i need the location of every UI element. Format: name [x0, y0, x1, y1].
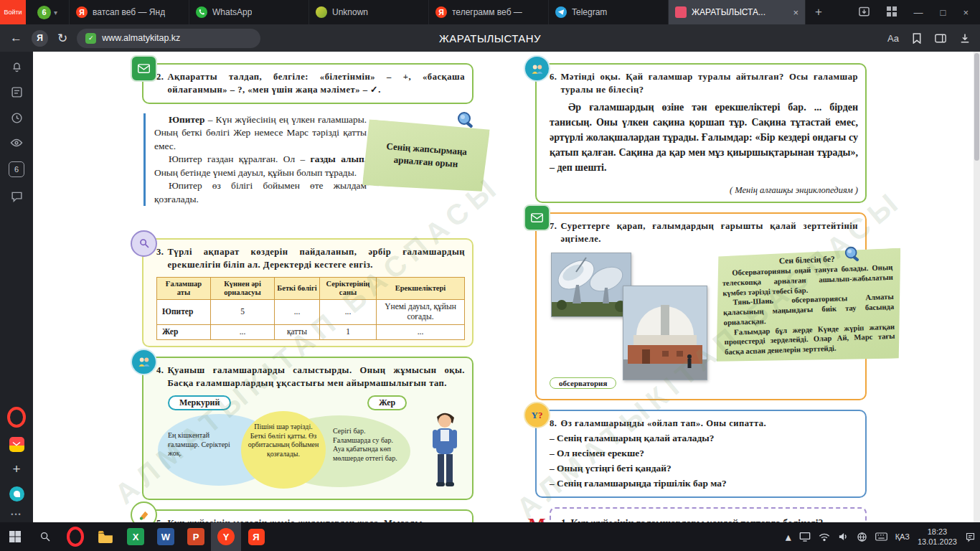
language-indicator[interactable]: ҚАЗ [895, 532, 910, 541]
messenger-chat-icon[interactable] [11, 191, 23, 202]
yandex-favicon: Я [76, 6, 88, 18]
scrollbar-thumb[interactable] [974, 53, 979, 161]
tab-whatsapp-web-yandex[interactable]: Я ватсап веб — Янд [70, 0, 189, 24]
history-clock-icon[interactable] [11, 112, 23, 124]
browser-toolbar: ← Я ↻ ✓ www.almatykitap.kz ЖАРАТЫЛЫСТАНУ… [0, 24, 980, 52]
new-tab-button[interactable]: + [806, 0, 831, 24]
opera-icon[interactable] [7, 407, 26, 428]
bookmark-icon[interactable] [913, 33, 921, 44]
maximize-button[interactable]: □ [941, 7, 946, 18]
downloads-panel-icon[interactable] [859, 6, 870, 19]
close-window-button[interactable]: × [963, 7, 969, 18]
textbook-right-page: 6. Мәтінді оқы. Қай ғаламшар туралы айты… [525, 63, 867, 522]
hidden-icons-chevron[interactable]: ▴ [786, 530, 791, 544]
table-header-row: Ғаламшар аты Күннен әрі орналасуы Беткі … [157, 278, 465, 300]
more-options-icon[interactable]: ••• [11, 511, 22, 518]
excel-icon[interactable]: X [121, 522, 151, 551]
textbook-left-page: 2. Ақпаратты талдап, белгіле: «білетінмі… [132, 63, 473, 522]
yandex-search-button[interactable]: Я [32, 30, 48, 47]
craft-task-icon [131, 501, 157, 522]
bold-term: Юпитер [169, 114, 204, 125]
exercise-5-box: 5. Күн жүйесінің моделін жеміс-жидектерд… [142, 509, 473, 522]
paragraph-text: Юпитер газдан құралған. Ол – [169, 154, 311, 164]
mercury-label: Меркурий [168, 395, 231, 410]
back-button[interactable]: ← [10, 31, 22, 45]
cell: ... [320, 300, 377, 325]
cell: 5 [211, 300, 275, 325]
cell: ... [377, 324, 465, 339]
exercise-4-box: 4. Қуаныш ғаламшарларды салыстырды. Оның… [142, 357, 473, 501]
start-button[interactable] [0, 522, 30, 551]
secure-connection-icon: ✓ [85, 33, 96, 44]
observatory-photo [623, 286, 707, 380]
did-you-know-note: Сен білесің бе? Обсерваторияны оңай тану… [712, 248, 904, 364]
powerpoint-icon[interactable]: P [181, 522, 211, 551]
review-questions-box: М 1. Күн жүйесінің ғаламшарлары қандай т… [550, 507, 867, 522]
display-icon[interactable] [799, 532, 811, 542]
downloads-icon[interactable] [960, 33, 970, 44]
yandex-disk-icon[interactable] [9, 486, 24, 501]
action-center-icon[interactable] [965, 532, 976, 542]
exercise-7-box: 7. Суреттерге қарап, ғалымдардың ғарышты… [535, 212, 867, 401]
webpage-content: АЛМАТЫКІТАП БАСПАСЫ АЛМАТЫКІТАП БАСПАСЫ … [33, 52, 980, 522]
keyboard-icon[interactable] [875, 532, 887, 541]
file-explorer-icon[interactable] [90, 522, 121, 551]
sidebar-panel-icon[interactable] [935, 34, 946, 43]
tab-counter-button[interactable]: 6 ▾ [26, 0, 70, 24]
review-question: 1. Күн жүйесінің ғаламшарлары қандай топ… [561, 516, 855, 522]
add-panel-icon[interactable]: + [12, 461, 20, 477]
address-bar[interactable]: ✓ www.almatykitap.kz [77, 29, 260, 48]
paragraph-text: Юпитер өз білігі бойымен өте жылдам қозғ… [154, 180, 367, 204]
yandex-app-icon[interactable]: Я [241, 522, 271, 551]
tab-whatsapp[interactable]: WhatsApp [189, 0, 309, 24]
col-header: Беткі бөлігі [275, 278, 320, 300]
exercise-number: 8. [550, 417, 557, 430]
mercury-facts: Ең кішкентай ғаламшар. Серіктері жоқ. [168, 431, 231, 458]
tab-close-icon[interactable]: × [793, 7, 798, 18]
cell: 1 [320, 324, 377, 339]
clock-date: 13.01.2023 [918, 537, 957, 547]
exercise-number: 2. [156, 70, 164, 97]
volume-icon[interactable] [838, 532, 849, 542]
network-globe-icon[interactable] [857, 532, 867, 542]
source-reference: ( Менің алғашқы энциклопедиям ) [550, 185, 858, 196]
word-icon[interactable]: W [151, 522, 181, 551]
observatory-photos: обсерватория [550, 253, 720, 390]
tab-count-chip[interactable]: 6 [9, 161, 24, 177]
wifi-icon[interactable] [819, 532, 830, 542]
url-text: www.almatykitap.kz [102, 33, 180, 43]
note-paragraph: Ғалымдар бұл жерде Күнде жүріп жатқан пр… [724, 321, 895, 357]
col-header: Ғаламшар аты [157, 278, 211, 300]
tile-grid-icon[interactable] [887, 6, 897, 19]
exercise-number: 7. [550, 220, 557, 246]
unknown-favicon [316, 6, 327, 18]
people-task-icon [524, 55, 550, 82]
notifications-bell-icon[interactable] [11, 60, 23, 72]
minimize-button[interactable]: — [914, 7, 923, 18]
venn-diagram: Меркурий Жер Ең кішкентай ғаламшар. Сері… [156, 395, 465, 493]
tab-zharatylystanu-active[interactable]: ЖАРАТЫЛЫСТА... × [669, 0, 806, 24]
tab-telegram-web-yandex[interactable]: Я телеграмм веб — [429, 0, 549, 24]
tab-label: Unknown [332, 7, 368, 17]
feed-icon[interactable] [11, 86, 23, 98]
badge-letter: Ү [532, 410, 538, 421]
tab-telegram[interactable]: Telegram [549, 0, 669, 24]
page-scrollbar[interactable] [974, 52, 980, 522]
exercise-number: 5. [156, 517, 164, 522]
yandex-browser-icon-active[interactable]: Y [211, 522, 241, 551]
people-task-icon [131, 349, 157, 375]
opera-taskbar-icon[interactable] [60, 522, 90, 551]
tab-unknown[interactable]: Unknown [309, 0, 429, 24]
refresh-button[interactable]: ↻ [57, 31, 67, 46]
chevron-down-icon: ▾ [54, 9, 57, 17]
exercise-text: Суреттерге қарап, ғалымдардың ғарышты қа… [560, 220, 858, 246]
taskbar-clock[interactable]: 18:23 13.01.2023 [918, 527, 957, 547]
browser-tab-bar: Войти 6 ▾ Я ватсап веб — Янд WhatsApp Un… [0, 0, 980, 24]
zen-eye-icon[interactable] [10, 138, 23, 148]
reader-mode-icon[interactable]: Аа [887, 33, 899, 44]
exercise-text: Ақпаратты талдап, белгіле: «білетінмін» … [167, 70, 465, 97]
yandex-mail-icon[interactable] [9, 437, 24, 452]
taskbar-search-icon[interactable] [30, 522, 60, 551]
yandex-login-button[interactable]: Войти [0, 0, 26, 24]
col-header: Күннен әрі орналасуы [211, 278, 275, 300]
